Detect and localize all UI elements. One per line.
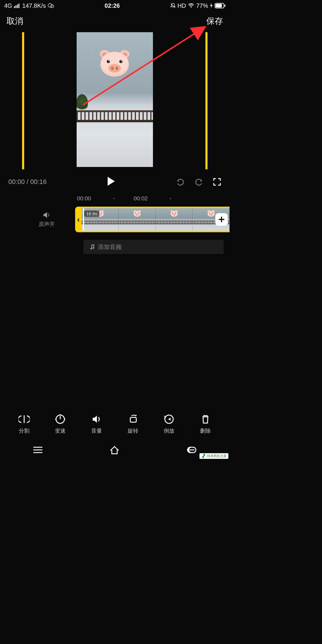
time-display: 00:00 / 00:16: [8, 178, 47, 186]
svg-point-16: [107, 60, 110, 63]
svg-point-18: [119, 60, 123, 63]
play-button[interactable]: [107, 176, 116, 188]
svg-point-22: [116, 66, 118, 70]
volume-icon: [91, 414, 102, 425]
nav-menu-icon[interactable]: [32, 446, 43, 454]
watermark: ▗▘ 纯净系统之家: [199, 453, 228, 459]
add-clip-button[interactable]: [215, 213, 228, 226]
playhead[interactable]: [83, 207, 84, 232]
charging-icon: [210, 3, 213, 8]
total-time: 00:16: [30, 178, 47, 185]
video-frame: [77, 32, 153, 167]
clip-duration-badge: 16.9s: [84, 210, 99, 217]
playback-controls: 00:00 / 00:16: [0, 172, 230, 191]
svg-rect-3: [18, 4, 19, 8]
signal-icon: [14, 3, 21, 8]
svg-point-20: [108, 64, 121, 73]
current-time: 00:00: [8, 178, 25, 185]
split-icon: [18, 414, 30, 425]
add-audio-button[interactable]: 添加音频: [83, 240, 224, 254]
tool-bar: 分割 变速 音量 旋转 倒放 删除: [0, 414, 230, 434]
nav-back-icon[interactable]: [186, 446, 197, 454]
sound-toggle-label: 原声开: [39, 221, 55, 228]
svg-rect-49: [130, 417, 136, 422]
tool-volume[interactable]: 音量: [91, 414, 102, 434]
system-nav-bar: [0, 440, 230, 459]
svg-rect-1: [16, 5, 16, 8]
plus-icon: [218, 216, 225, 223]
clip-track[interactable]: ‹ 16.9s: [75, 207, 230, 232]
mute-icon: [170, 3, 176, 9]
status-time: 02:26: [105, 2, 120, 9]
redo-button[interactable]: [194, 177, 203, 186]
ruler-mark-1: 00:02: [134, 195, 148, 202]
ruler-mark-0: 00:00: [77, 195, 91, 202]
music-icon: [89, 244, 95, 250]
reverse-icon: [163, 414, 175, 425]
svg-rect-9: [225, 4, 225, 7]
svg-point-21: [111, 66, 114, 70]
battery-pct: 77%: [196, 2, 208, 9]
hd-label: HD: [177, 2, 186, 9]
svg-point-4: [48, 4, 52, 7]
svg-point-17: [109, 61, 109, 61]
network-type: 4G: [4, 2, 12, 9]
network-speed: 147.8K/s: [22, 2, 46, 9]
header-bar: 取消 保存: [0, 11, 230, 31]
nav-home-icon[interactable]: [109, 445, 120, 455]
add-audio-label: 添加音频: [98, 243, 122, 251]
crop-handle-left[interactable]: [22, 32, 24, 169]
svg-point-19: [121, 61, 122, 61]
status-right: HD 77%: [170, 2, 225, 9]
wechat-icon: [48, 3, 54, 9]
tool-rotate[interactable]: 旋转: [127, 414, 139, 434]
tool-split[interactable]: 分割: [18, 414, 30, 434]
speaker-icon: [43, 211, 51, 219]
svg-rect-8: [216, 4, 222, 7]
original-sound-toggle[interactable]: 原声开: [33, 211, 60, 228]
svg-point-6: [191, 7, 191, 8]
clip-trim-left[interactable]: ‹: [75, 207, 82, 232]
battery-icon: [215, 3, 225, 8]
fence-graphic: [77, 110, 153, 122]
fullscreen-button[interactable]: [213, 178, 221, 186]
trash-icon: [200, 414, 211, 425]
crop-handle-right[interactable]: [205, 32, 208, 169]
pig-sticker: [97, 49, 132, 77]
timeline-row: 原声开 ‹ 16.9s: [0, 205, 230, 234]
save-button[interactable]: 保存: [206, 16, 223, 27]
speed-icon: [55, 414, 66, 425]
status-bar: 4G 147.8K/s 02:26 HD 77%: [0, 0, 230, 11]
tool-delete[interactable]: 删除: [200, 414, 211, 434]
undo-button[interactable]: [176, 177, 185, 186]
tool-speed[interactable]: 变速: [55, 414, 66, 434]
tree-graphic: [77, 94, 88, 112]
video-preview[interactable]: [0, 32, 230, 169]
tool-reverse[interactable]: 倒放: [163, 414, 175, 434]
timeline-ruler: 00:00 00:02: [0, 191, 230, 205]
cancel-button[interactable]: 取消: [7, 16, 23, 27]
svg-rect-0: [14, 6, 15, 8]
svg-rect-2: [17, 4, 18, 8]
rotate-icon: [127, 414, 139, 425]
wifi-icon: [188, 3, 194, 8]
status-left: 4G 147.8K/s: [4, 2, 54, 9]
clip-body[interactable]: 16.9s: [82, 207, 230, 232]
